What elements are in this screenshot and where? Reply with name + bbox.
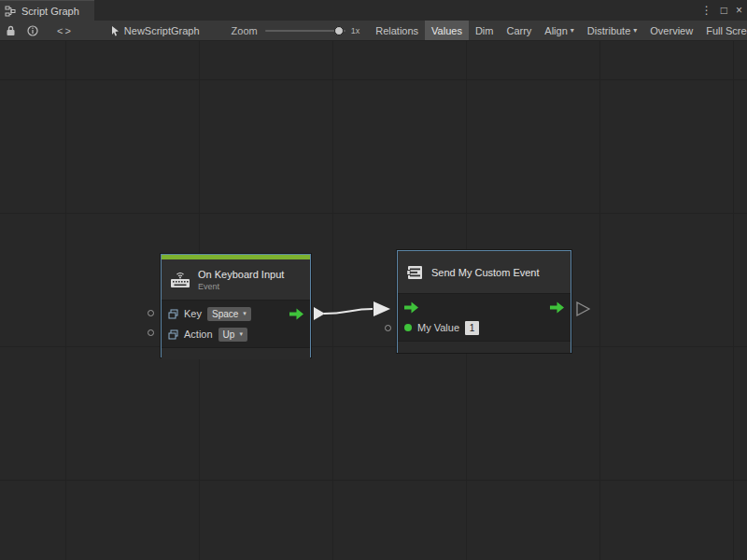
flow-output-port[interactable] xyxy=(289,308,303,320)
relations-button[interactable]: Relations xyxy=(369,21,425,41)
tab-script-graph[interactable]: Script Graph xyxy=(0,0,94,21)
distribute-dropdown-button[interactable]: Distribute ▾ xyxy=(581,21,643,41)
close-icon[interactable]: × xyxy=(736,0,742,21)
action-port-label: Action xyxy=(184,329,213,340)
node-footer xyxy=(162,347,310,359)
tab-title: Script Graph xyxy=(21,6,79,17)
value-port-icon xyxy=(168,329,178,340)
action-port-row: Action Up ▾ xyxy=(162,324,310,344)
zoom-control: Zoom 1x xyxy=(232,25,360,36)
maximize-icon[interactable]: □ xyxy=(721,0,727,21)
node-title: Send My Custom Event xyxy=(431,267,540,278)
my-value-input-port-circle[interactable] xyxy=(385,325,391,331)
flow-output-port[interactable] xyxy=(550,301,564,314)
my-value-label: My Value xyxy=(417,322,459,333)
zoom-slider-knob[interactable] xyxy=(334,26,344,35)
overview-button[interactable]: Overview xyxy=(643,21,699,41)
values-button[interactable]: Values xyxy=(425,21,469,41)
caret-down-icon: ▾ xyxy=(633,26,637,35)
toolbar-buttons: Relations Values Dim Carry Align ▾ Distr… xyxy=(369,21,747,41)
custom-event-icon xyxy=(406,264,424,281)
script-graph-icon xyxy=(5,6,16,17)
connection-wire xyxy=(0,41,747,560)
node-footer xyxy=(398,341,571,353)
key-port-label: Key xyxy=(184,308,202,319)
drag-output-triangle-icon xyxy=(577,302,589,315)
key-input-port-circle[interactable] xyxy=(148,310,154,316)
code-icon[interactable]: <> xyxy=(51,21,78,41)
keyboard-icon xyxy=(170,271,190,288)
node-title: On Keyboard Input xyxy=(198,269,284,280)
fullscreen-button[interactable]: Full Screen xyxy=(699,21,747,41)
caret-down-icon: ▾ xyxy=(239,330,243,338)
flow-input-port[interactable] xyxy=(404,301,418,314)
script-graph-window: Script Graph ⋮ □ × <> xyxy=(0,0,747,560)
value-port-icon xyxy=(168,309,178,319)
graph-pointer-icon xyxy=(110,25,120,36)
zoom-value: 1x xyxy=(351,26,360,35)
node-body: My Value 1 xyxy=(398,294,571,341)
flow-port-row xyxy=(398,297,571,317)
action-input-port-circle[interactable] xyxy=(148,329,154,336)
value-input-port[interactable] xyxy=(404,324,412,331)
graph-name-label: NewScriptGraph xyxy=(124,25,200,36)
node-header[interactable]: Send My Custom Event xyxy=(398,251,571,294)
align-dropdown-button[interactable]: Align ▾ xyxy=(538,21,580,41)
zoom-slider[interactable] xyxy=(265,30,345,32)
action-dropdown[interactable]: Up ▾ xyxy=(218,328,247,342)
node-body: Key Space ▾ xyxy=(162,301,310,347)
dim-button[interactable]: Dim xyxy=(469,21,500,41)
window-titlebar: Script Graph ⋮ □ × xyxy=(0,0,747,21)
zoom-label: Zoom xyxy=(232,25,258,36)
node-on-keyboard-input[interactable]: On Keyboard Input Event Key Space ▾ xyxy=(161,254,311,357)
my-value-port-row: My Value 1 xyxy=(398,317,571,338)
node-subtitle: Event xyxy=(198,282,284,291)
key-port-row: Key Space ▾ xyxy=(162,303,310,324)
lock-icon[interactable] xyxy=(0,21,21,41)
graph-breadcrumb[interactable]: NewScriptGraph xyxy=(110,25,200,36)
menu-icon[interactable]: ⋮ xyxy=(701,0,712,21)
carry-button[interactable]: Carry xyxy=(500,21,538,41)
caret-down-icon: ▾ xyxy=(243,310,247,317)
caret-down-icon: ▾ xyxy=(571,26,574,35)
graph-canvas[interactable]: On Keyboard Input Event Key Space ▾ xyxy=(0,41,747,560)
key-dropdown[interactable]: Space ▾ xyxy=(207,307,251,321)
node-send-my-custom-event[interactable]: Send My Custom Event xyxy=(397,250,571,353)
info-icon[interactable] xyxy=(21,21,44,41)
window-controls: ⋮ □ × xyxy=(701,0,742,21)
graph-toolbar: <> NewScriptGraph Zoom 1x Relations Valu… xyxy=(0,21,747,41)
node-header[interactable]: On Keyboard Input Event xyxy=(162,259,310,301)
my-value-input[interactable]: 1 xyxy=(465,321,479,335)
